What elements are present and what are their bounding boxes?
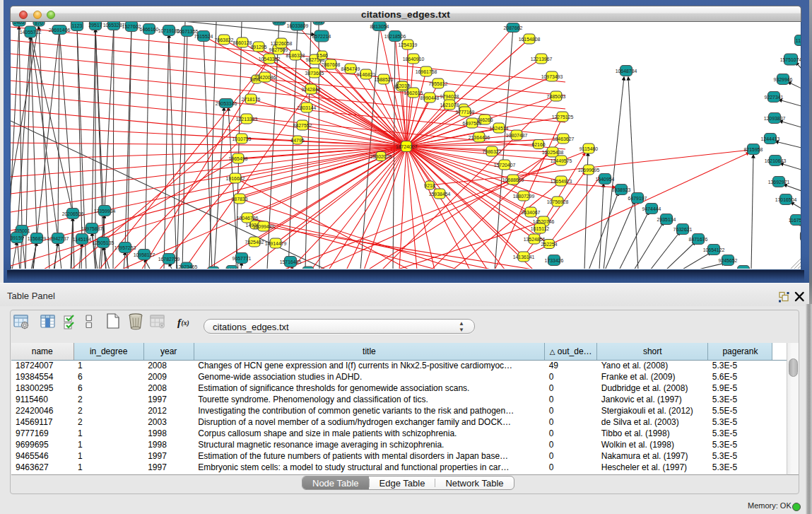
svg-text:15938454: 15938454 [429, 192, 451, 197]
svg-text:16210643: 16210643 [765, 158, 787, 163]
svg-text:7625402: 7625402 [245, 240, 264, 245]
svg-text:2935134: 2935134 [657, 217, 676, 222]
svg-text:10973493: 10973493 [541, 74, 563, 79]
svg-text:1615112: 1615112 [531, 226, 549, 231]
svg-text:10756928: 10756928 [547, 199, 569, 204]
svg-text:1156829: 1156829 [28, 236, 46, 241]
svg-text:9242848: 9242848 [302, 87, 321, 92]
svg-text:12037: 12037 [396, 83, 409, 88]
svg-text:9227341: 9227341 [765, 95, 784, 100]
svg-text:21364436: 21364436 [469, 135, 490, 140]
svg-text:12093837: 12093837 [764, 116, 786, 121]
svg-text:15720407: 15720407 [494, 163, 516, 168]
svg-text:14914479: 14914479 [265, 241, 287, 246]
svg-text:7515524: 7515524 [194, 34, 213, 39]
svg-text:8990448: 8990448 [420, 95, 440, 100]
svg-text:16961758: 16961758 [416, 69, 437, 74]
svg-text:252254: 252254 [541, 242, 558, 247]
svg-text:1527602: 1527602 [122, 24, 141, 29]
svg-text:7632621: 7632621 [673, 227, 693, 232]
svg-text:4461: 4461 [226, 267, 237, 269]
svg-text:39159: 39159 [11, 235, 24, 240]
svg-text:1916682: 1916682 [226, 176, 245, 181]
svg-text:9146821: 9146821 [357, 72, 376, 77]
svg-text:19218506: 19218506 [384, 34, 406, 39]
svg-text:8454749: 8454749 [341, 66, 360, 71]
svg-text:12213383: 12213383 [236, 117, 258, 122]
svg-text:8572214: 8572214 [312, 34, 331, 39]
svg-text:13692971: 13692971 [768, 180, 790, 185]
svg-text:8186328: 8186328 [286, 53, 305, 58]
svg-text:18807299: 18807299 [513, 194, 535, 199]
svg-text:16154808: 16154808 [519, 37, 541, 42]
svg-text:18640910: 18640910 [403, 57, 425, 62]
svg-text:15751074: 15751074 [780, 57, 801, 62]
svg-text:(x): (x) [182, 320, 189, 327]
svg-text:1035: 1035 [273, 22, 284, 24]
svg-text:7955812: 7955812 [429, 81, 448, 86]
svg-text:13654923: 13654923 [551, 179, 572, 184]
svg-text:3873685: 3873685 [305, 71, 324, 76]
svg-text:891295: 891295 [251, 45, 267, 49]
svg-text:9634067: 9634067 [522, 210, 541, 215]
svg-text:7663822: 7663822 [215, 37, 234, 42]
svg-text:2087662: 2087662 [504, 25, 523, 30]
svg-text:18724007: 18724007 [396, 144, 418, 149]
svg-text:887833: 887833 [232, 197, 248, 201]
svg-text:9245652: 9245652 [719, 258, 738, 263]
svg-text:1624514: 1624514 [490, 126, 509, 131]
svg-text:10648784: 10648784 [616, 69, 637, 74]
svg-text:17016504: 17016504 [775, 197, 797, 202]
svg-text:1562615: 1562615 [404, 90, 423, 95]
svg-text:12942737: 12942737 [47, 236, 69, 241]
svg-text:7485003: 7485003 [547, 94, 566, 99]
svg-text:9329946: 9329946 [774, 77, 793, 82]
svg-text:1546: 1546 [317, 53, 327, 58]
svg-text:84795: 84795 [290, 138, 304, 143]
svg-text:10654122: 10654122 [703, 247, 725, 252]
svg-text:870: 870 [35, 22, 43, 25]
svg-text:10699695: 10699695 [578, 168, 600, 173]
svg-text:8427552: 8427552 [293, 123, 312, 128]
svg-text:14520746: 14520746 [533, 219, 555, 224]
svg-text:7986322: 7986322 [483, 149, 502, 154]
svg-text:16099489: 16099489 [253, 224, 275, 229]
svg-text:1621078: 1621078 [440, 103, 459, 107]
svg-text:20206536: 20206536 [62, 211, 84, 216]
svg-text:10807487: 10807487 [506, 133, 528, 138]
svg-text:10046786: 10046786 [237, 216, 259, 221]
svg-text:29517: 29517 [88, 23, 102, 28]
svg-text:1254319: 1254319 [399, 42, 418, 47]
svg-text:8813054: 8813054 [370, 24, 389, 29]
svg-text:15716485: 15716485 [280, 259, 302, 264]
svg-text:97064: 97064 [736, 269, 750, 269]
svg-text:8471676: 8471676 [689, 237, 708, 242]
svg-text:10688609: 10688609 [502, 177, 524, 182]
svg-text:25302075: 25302075 [370, 154, 392, 159]
svg-text:1123: 1123 [72, 23, 83, 28]
svg-text:129: 129 [209, 268, 218, 269]
svg-text:8660128: 8660128 [233, 40, 252, 45]
svg-text:10958127: 10958127 [134, 252, 155, 257]
svg-text:18463627: 18463627 [553, 136, 575, 141]
svg-text:10025438: 10025438 [542, 150, 564, 155]
svg-text:13524856: 13524856 [524, 237, 546, 242]
svg-text:55: 55 [305, 268, 311, 269]
svg-text:1010753: 1010753 [233, 136, 252, 141]
svg-text:9115460: 9115460 [579, 146, 598, 151]
svg-text:6479197: 6479197 [628, 196, 647, 201]
svg-text:9218: 9218 [424, 183, 435, 188]
svg-text:19975887: 19975887 [81, 226, 103, 231]
svg-text:14136141: 14136141 [513, 255, 535, 259]
svg-text:1145194: 1145194 [73, 237, 91, 242]
svg-text:13226058: 13226058 [271, 41, 293, 46]
svg-text:12505135: 12505135 [93, 240, 114, 245]
svg-text:9657771: 9657771 [233, 256, 252, 261]
svg-text:6466160: 6466160 [140, 27, 159, 32]
svg-text:29053346: 29053346 [216, 101, 237, 106]
svg-text:14055712: 14055712 [20, 30, 42, 35]
svg-text:16671355: 16671355 [177, 29, 199, 34]
svg-text:9777169: 9777169 [456, 110, 475, 115]
svg-text:1117: 1117 [796, 38, 801, 43]
svg-text:12213967: 12213967 [531, 57, 553, 62]
